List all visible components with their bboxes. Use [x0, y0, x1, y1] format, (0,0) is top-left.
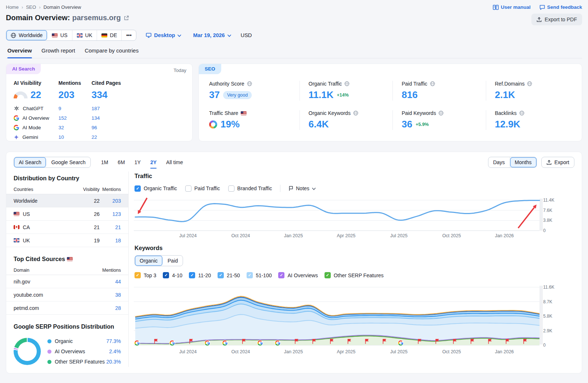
- country-row-ca[interactable]: CA2121: [6, 221, 128, 234]
- location-tab-worldwide[interactable]: Worldwide: [6, 30, 47, 40]
- svg-text:7.6K: 7.6K: [543, 208, 552, 213]
- metric-label-text: Organic Traffic: [309, 81, 342, 87]
- cited-mentions-link[interactable]: 38: [96, 292, 121, 298]
- country-mentions-link[interactable]: 123: [100, 211, 121, 217]
- keyword-filter-51-100[interactable]: ✓51-100: [247, 272, 272, 278]
- granularity-tab-months[interactable]: Months: [510, 157, 537, 167]
- device-label: Desktop: [154, 32, 175, 38]
- breadcrumb-current: Domain Overview: [43, 4, 81, 10]
- country-row-us[interactable]: US26123: [6, 207, 128, 221]
- external-link-icon[interactable]: [124, 15, 129, 21]
- range-1y[interactable]: 1Y: [135, 158, 141, 167]
- user-manual-link[interactable]: User manual: [493, 4, 531, 10]
- checkbox-icon: ✓: [218, 272, 224, 278]
- location-tab-label: US: [60, 32, 67, 38]
- country-visibility: 22: [78, 198, 100, 204]
- export-label: Export: [555, 159, 569, 165]
- country-mentions-link[interactable]: 21: [100, 224, 121, 230]
- country-row-uk[interactable]: UK1918: [6, 234, 128, 247]
- desktop-icon: [146, 33, 151, 38]
- country-mentions-link[interactable]: 203: [100, 198, 121, 204]
- keyword-filter-label: 4-10: [172, 272, 182, 278]
- traffic-series-toggles: ✓Organic TrafficPaid TrafficBranded Traf…: [135, 185, 582, 192]
- location-tab-us[interactable]: US: [47, 30, 72, 40]
- breadcrumb-seo[interactable]: SEO: [26, 4, 36, 10]
- page-title-prefix: Domain Overview:: [6, 14, 70, 22]
- breadcrumb-home[interactable]: Home: [6, 4, 19, 10]
- source-tab-ai-search[interactable]: AI Search: [14, 157, 46, 167]
- keyword-filter-other-serp-features[interactable]: ✓Other SERP Features: [325, 272, 384, 278]
- svg-text:0: 0: [543, 228, 546, 233]
- metric-delta: +14%: [337, 93, 348, 98]
- checkbox-icon: ✓: [278, 272, 284, 278]
- metric-label-text: Organic Keywords: [309, 110, 351, 116]
- tab-compare-by-countries[interactable]: Compare by countries: [85, 47, 139, 58]
- traffic-toggle-organic-traffic[interactable]: ✓Organic Traffic: [135, 185, 177, 192]
- keyword-filter-21-50[interactable]: ✓21-50: [218, 272, 240, 278]
- ai-engine-mentions[interactable]: 10: [58, 132, 92, 141]
- metric-label: Traffic Share: [209, 110, 291, 116]
- keywords-title: Keywords: [135, 245, 582, 252]
- source-tab-google-search[interactable]: Google Search: [46, 157, 90, 167]
- checkbox-icon: ✓: [163, 272, 169, 278]
- metric-value: 19%: [209, 119, 291, 130]
- send-feedback-link[interactable]: Send feedback: [539, 4, 582, 10]
- keywords-tab-organic[interactable]: Organic: [135, 256, 163, 266]
- traffic-toggle-branded-traffic[interactable]: Branded Traffic: [228, 185, 272, 192]
- notes-button[interactable]: Notes: [288, 185, 316, 191]
- svg-text:11.6K: 11.6K: [543, 285, 554, 290]
- ai-engine-cited[interactable]: 187: [92, 104, 185, 113]
- country-row-worldwide[interactable]: Worldwide22203: [6, 194, 128, 207]
- traffic-toggle-paid-traffic[interactable]: Paid Traffic: [185, 185, 220, 192]
- export-to-pdf-button[interactable]: Export to PDF: [531, 14, 582, 25]
- ai-engine-mentions[interactable]: 152: [58, 113, 92, 123]
- keywords-type-toggle: OrganicPaid: [135, 255, 183, 266]
- uk-flag-icon: [14, 238, 19, 242]
- keyword-filter-top-3[interactable]: ✓Top 3: [135, 272, 156, 278]
- cited-source-row[interactable]: petmd.com28: [6, 301, 128, 315]
- range-1m[interactable]: 1M: [101, 158, 108, 167]
- export-to-pdf-label: Export to PDF: [545, 17, 577, 22]
- location-tab-uk[interactable]: UK: [72, 30, 97, 40]
- ai-search-card: AI Search Today AI VisibilityMentionsCit…: [6, 64, 193, 141]
- cited-source-row[interactable]: youtube.com38: [6, 288, 128, 301]
- ai-engine-cited[interactable]: 22: [92, 132, 185, 141]
- cited-mentions-link[interactable]: 28: [96, 305, 121, 311]
- keywords-tab-paid[interactable]: Paid: [163, 256, 183, 266]
- currency-selector[interactable]: USD: [241, 32, 252, 38]
- cited-source-row[interactable]: nih.gov44: [6, 275, 128, 288]
- serp-legend-row: AI Overviews2.4%: [47, 346, 121, 357]
- ai-engine-cited[interactable]: 134: [92, 113, 185, 123]
- info-globe-icon: [344, 81, 349, 86]
- export-button[interactable]: Export: [541, 157, 574, 168]
- keyword-filter-4-10[interactable]: ✓4-10: [163, 272, 182, 278]
- range-2y[interactable]: 2Y: [150, 158, 157, 167]
- keyword-filter-11-20[interactable]: ✓11-20: [189, 272, 211, 278]
- range-all-time[interactable]: All time: [166, 158, 183, 167]
- ai-engine-mentions[interactable]: 32: [58, 123, 92, 132]
- svg-text:3.8K: 3.8K: [543, 218, 552, 223]
- chevron-down-icon: [227, 35, 231, 37]
- ca-flag-icon: [14, 225, 19, 229]
- keyword-filter-ai-overviews[interactable]: ✓AI Overviews: [278, 272, 318, 278]
- page-title-domain: parsemus.org: [72, 14, 121, 22]
- cited-mentions-link[interactable]: 44: [96, 279, 121, 285]
- location-tab-more[interactable]: •••: [122, 30, 136, 40]
- granularity-tab-days[interactable]: Days: [488, 157, 510, 167]
- ai-visibility-gauge-icon: [14, 91, 28, 99]
- tab-overview[interactable]: Overview: [7, 47, 32, 58]
- svg-text:Jan 2026: Jan 2026: [495, 233, 514, 238]
- ai-engine-mentions[interactable]: 9: [58, 104, 92, 113]
- seo-badge: SEO: [199, 64, 221, 74]
- ai-engine-cited[interactable]: 96: [92, 123, 185, 132]
- range-6m[interactable]: 6M: [118, 158, 125, 167]
- location-tab-de[interactable]: DE: [97, 30, 122, 40]
- location-tab-label: UK: [85, 32, 92, 38]
- date-selector[interactable]: Mar 19, 2026: [191, 32, 233, 39]
- mentions-total: 203: [58, 89, 92, 104]
- ai-visibility-value: 22: [31, 89, 41, 101]
- device-selector[interactable]: Desktop: [144, 32, 183, 39]
- country-mentions-link[interactable]: 18: [100, 238, 121, 243]
- seo-card: SEO Authority Score37Very goodOrganic Tr…: [198, 64, 582, 141]
- tab-growth-report[interactable]: Growth report: [42, 47, 75, 58]
